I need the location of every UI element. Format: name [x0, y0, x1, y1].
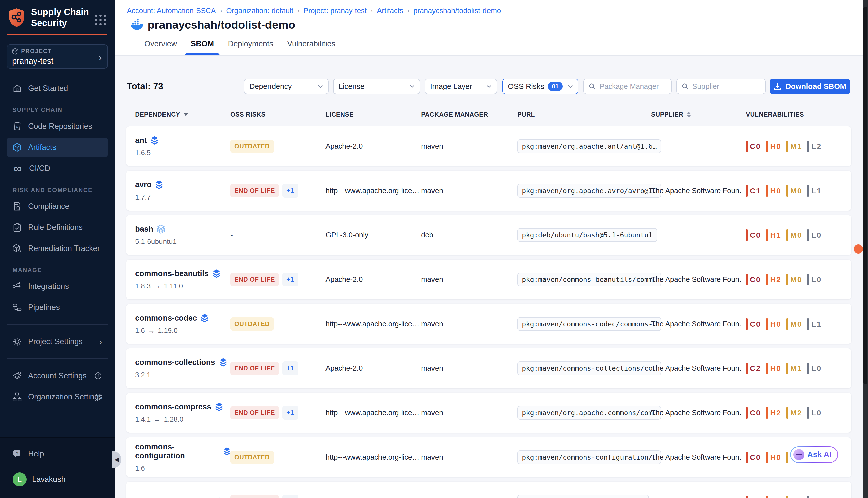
- sidebar-item-artifacts[interactable]: Artifacts: [7, 137, 108, 157]
- dependency-filter-select[interactable]: Dependency: [244, 79, 328, 94]
- ask-ai-button[interactable]: Ask AI: [790, 446, 838, 463]
- table-row[interactable]: bash 5.1-6ubuntu1 - GPL-3.0-only deb pkg…: [126, 215, 852, 255]
- supplier-cell: The Apache Software Foun…: [651, 409, 741, 417]
- sidebar-item-account-settings[interactable]: Account Settings: [7, 366, 108, 385]
- package-manager-search[interactable]: [583, 79, 672, 94]
- oss-risk-badge-outdated: OUTDATED: [230, 140, 274, 153]
- dependency-version: 1.6→1.19.0: [135, 327, 230, 335]
- vuln-count-C: C0: [746, 274, 761, 285]
- vuln-count-H: H0: [766, 363, 781, 374]
- download-sbom-button[interactable]: Download SBOM: [770, 79, 850, 94]
- chevron-down-icon: [568, 85, 573, 88]
- dependency-version: 1.4.1→1.28.0: [135, 416, 230, 423]
- image-layer-filter-select[interactable]: Image Layer: [425, 79, 497, 94]
- vuln-count-H: H0: [766, 451, 781, 463]
- user-name: Lavakush: [32, 475, 66, 484]
- vulnerabilities-cell: C0H0M1L2: [746, 141, 852, 152]
- table-row[interactable]: ant 1.6.5 OUTDATED Apache-2.0 maven pkg:…: [126, 126, 852, 166]
- vuln-count-C: C0: [746, 230, 761, 241]
- oss-risks-count-badge: 01: [548, 82, 562, 91]
- filter-toolbar: Total: 73 Dependency License Image Layer…: [115, 79, 868, 94]
- vuln-count-H: H2: [766, 407, 781, 419]
- app-switcher-icon[interactable]: [95, 15, 106, 25]
- col-dependency[interactable]: DEPENDENCY: [135, 111, 230, 118]
- dependency-name: bash: [135, 225, 153, 234]
- oss-risk-badge-plus[interactable]: +1: [282, 362, 298, 375]
- info-icon[interactable]: [94, 372, 102, 380]
- layers-icon: [157, 225, 165, 234]
- vuln-count-L: L1: [807, 318, 821, 330]
- tab-overview[interactable]: Overview: [144, 39, 177, 55]
- sidebar-item-integrations[interactable]: Integrations: [7, 277, 108, 296]
- oss-risk-badge-plus[interactable]: +1: [282, 406, 298, 420]
- download-label: Download SBOM: [786, 82, 846, 91]
- code-repo-icon: </>: [13, 122, 22, 131]
- sidebar-item-label: Artifacts: [28, 143, 56, 152]
- section-manage: MANAGE: [13, 267, 115, 274]
- sidebar-item-compliance[interactable]: Compliance: [7, 197, 108, 216]
- gear-icon: [13, 337, 22, 346]
- docker-whale-icon: [131, 19, 144, 31]
- vuln-count-H: H0: [766, 318, 781, 330]
- package-manager-cell: maven: [421, 409, 517, 417]
- supplier-search-input[interactable]: [692, 82, 761, 91]
- layers-icon: [151, 136, 158, 145]
- sidebar-header: Supply Chain Security: [0, 0, 115, 29]
- project-selector[interactable]: PROJECT pranay-test ›: [7, 44, 108, 68]
- scrollbar-thumb[interactable]: [864, 6, 867, 384]
- sidebar-item-label: Project Settings: [28, 337, 83, 346]
- layers-icon: [201, 314, 208, 323]
- table-row[interactable]: commons-configuration 1.6 OUTDATED http-…: [126, 437, 852, 477]
- col-license: LICENSE: [325, 111, 421, 118]
- col-supplier[interactable]: SUPPLIER: [651, 111, 746, 118]
- breadcrumb-project[interactable]: Project: pranay-test: [304, 6, 367, 15]
- vuln-count-C: C1: [746, 185, 761, 197]
- sort-desc-icon: [184, 113, 188, 116]
- license-filter-select[interactable]: License: [333, 79, 420, 94]
- user-menu[interactable]: L Lavakush: [7, 470, 108, 489]
- sidebar-item-get-started[interactable]: Get Started: [7, 79, 108, 98]
- table-row[interactable]: commons-beanutils 1.8.3→1.11.0 END OF LI…: [126, 260, 852, 300]
- breadcrumb-artifacts[interactable]: Artifacts: [377, 6, 403, 15]
- breadcrumb-current: pranaycshah/todolist-demo: [413, 6, 501, 15]
- vulnerabilities-cell: C0H0M0L1: [746, 318, 852, 330]
- sidebar-item-project-settings[interactable]: Project Settings ›: [7, 332, 108, 351]
- supplier-cell: The Apache Software Foun…: [651, 275, 741, 284]
- tab-vulnerabilities[interactable]: Vulnerabilities: [287, 39, 335, 55]
- oss-risk-badge-plus[interactable]: +1: [282, 495, 298, 498]
- license-cell: Apache-2.0: [325, 275, 421, 284]
- oss-risks-filter-select[interactable]: OSS Risks 01: [502, 79, 579, 94]
- tab-deployments[interactable]: Deployments: [228, 39, 273, 55]
- dependency-name: commons-fileupload: [135, 497, 211, 498]
- vuln-count-M: M1: [786, 141, 802, 152]
- table-row[interactable]: commons-codec 1.6→1.19.0 OUTDATED http--…: [126, 304, 852, 344]
- table-row[interactable]: avro 1.7.7 END OF LIFE+1 http---www.apac…: [126, 171, 852, 211]
- page-title: pranaycshah/todolist-demo: [148, 18, 295, 31]
- table-row[interactable]: commons-collections 3.2.1 END OF LIFE+1 …: [126, 349, 852, 388]
- dependency-name: commons-configuration: [135, 442, 219, 460]
- info-icon[interactable]: [94, 393, 102, 401]
- supplier-search[interactable]: [676, 79, 765, 94]
- sidebar-item-help[interactable]: ? Help: [7, 444, 108, 463]
- oss-risk-badge-eol: END OF LIFE: [230, 184, 279, 197]
- breadcrumb-account[interactable]: Account: Automation-SSCA: [127, 6, 216, 15]
- package-manager-search-input[interactable]: [599, 82, 666, 91]
- table-row[interactable]: commons-compress 1.4.1→1.28.0 END OF LIF…: [126, 393, 852, 433]
- sidebar-item-label: Account Settings: [28, 371, 87, 380]
- col-package-manager: PACKAGE MANAGER: [421, 111, 517, 118]
- sidebar-item-rule-definitions[interactable]: Rule Definitions: [7, 218, 108, 237]
- package-manager-cell: maven: [421, 364, 517, 372]
- sidebar-item-cicd[interactable]: ∞ CI/CD: [7, 159, 108, 178]
- oss-risk-badge-outdated: OUTDATED: [230, 450, 274, 464]
- sidebar-item-remediation-tracker[interactable]: Remediation Tracker: [7, 239, 108, 258]
- sidebar-item-organization-settings[interactable]: Organization Settings: [7, 387, 108, 407]
- sidebar-item-code-repositories[interactable]: </> Code Repositories: [7, 117, 108, 136]
- sidebar-item-pipelines[interactable]: Pipelines: [7, 298, 108, 317]
- oss-risk-badge-plus[interactable]: +1: [282, 273, 298, 286]
- vuln-count-C: C2: [746, 363, 761, 374]
- tab-sbom[interactable]: SBOM: [191, 39, 214, 55]
- integrations-icon: [13, 282, 22, 291]
- table-row[interactable]: commons-fileupload END OF LIFE+1 Apache-…: [126, 482, 852, 498]
- oss-risk-badge-plus[interactable]: +1: [282, 184, 298, 198]
- breadcrumb-organization[interactable]: Organization: default: [226, 6, 293, 15]
